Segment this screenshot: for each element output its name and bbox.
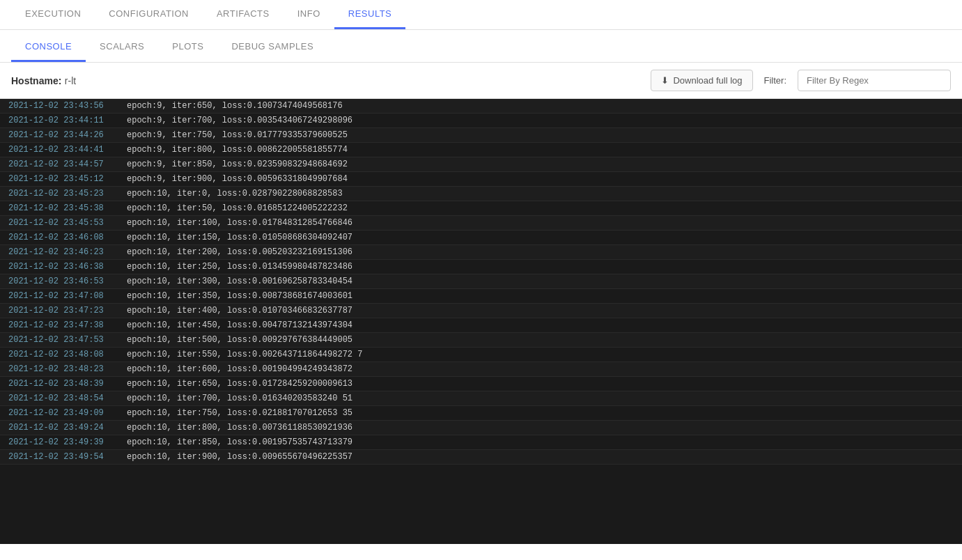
log-message: epoch:10, iter:200, loss:0.0052032321691… [127,247,352,257]
log-timestamp: 2021-12-02 23:48:23 [8,364,127,374]
top-nav: EXECUTION CONFIGURATION ARTIFACTS INFO R… [0,0,962,30]
log-timestamp: 2021-12-02 23:47:53 [8,335,127,345]
log-message: epoch:10, iter:700, loss:0.0163402035832… [127,394,352,403]
tab-results[interactable]: RESULTS [334,0,406,29]
log-message: epoch:10, iter:250, loss:0.0134599804878… [127,262,352,272]
log-row: 2021-12-02 23:47:53epoch:10, iter:500, l… [0,333,962,348]
log-timestamp: 2021-12-02 23:48:54 [8,394,127,403]
log-message: epoch:9, iter:650, loss:0.10073474049568… [127,101,343,111]
log-message: epoch:10, iter:450, loss:0.0047871321439… [127,320,352,330]
log-row: 2021-12-02 23:46:23epoch:10, iter:200, l… [0,245,962,260]
log-row: 2021-12-02 23:47:08epoch:10, iter:350, l… [0,289,962,304]
sub-tab-plots[interactable]: PLOTS [158,33,217,62]
log-timestamp: 2021-12-02 23:45:53 [8,218,127,228]
download-button[interactable]: ⬇ Download full log [651,70,752,91]
log-message: epoch:9, iter:700, loss:0.00354340672492… [127,116,352,125]
sub-tab-scalars[interactable]: SCALARS [86,33,158,62]
log-timestamp: 2021-12-02 23:43:56 [8,101,127,111]
log-message: epoch:10, iter:850, loss:0.0019575357437… [127,437,352,447]
log-message: epoch:9, iter:900, loss:0.00596331804990… [127,174,348,184]
download-icon: ⬇ [661,75,669,86]
log-timestamp: 2021-12-02 23:44:26 [8,130,127,140]
log-message: epoch:10, iter:550, loss:0.0026437118644… [127,350,362,359]
log-row: 2021-12-02 23:45:53epoch:10, iter:100, l… [0,216,962,231]
log-timestamp: 2021-12-02 23:49:24 [8,423,127,433]
log-message: epoch:10, iter:300, loss:0.0016962587833… [127,277,352,286]
log-timestamp: 2021-12-02 23:46:23 [8,247,127,257]
log-row: 2021-12-02 23:49:39epoch:10, iter:850, l… [0,435,962,450]
log-row: 2021-12-02 23:48:08epoch:10, iter:550, l… [0,348,962,362]
log-message: epoch:9, iter:800, loss:0.00862200558185… [127,145,348,155]
log-row: 2021-12-02 23:48:54epoch:10, iter:700, l… [0,391,962,406]
log-timestamp: 2021-12-02 23:47:23 [8,306,127,316]
log-message: epoch:10, iter:750, loss:0.0218817070126… [127,408,352,418]
log-message: epoch:9, iter:850, loss:0.02359083294868… [127,160,348,169]
log-message: epoch:10, iter:350, loss:0.0087386816740… [127,291,352,301]
download-label: Download full log [673,75,742,86]
log-row: 2021-12-02 23:45:38epoch:10, iter:50, lo… [0,201,962,216]
log-row: 2021-12-02 23:48:23epoch:10, iter:600, l… [0,362,962,377]
sub-tab-console[interactable]: CONSOLE [11,33,86,62]
log-timestamp: 2021-12-02 23:46:08 [8,233,127,242]
log-row: 2021-12-02 23:45:23epoch:10, iter:0, los… [0,187,962,201]
log-row: 2021-12-02 23:47:23epoch:10, iter:400, l… [0,304,962,318]
tab-artifacts[interactable]: ARTIFACTS [203,0,284,29]
log-row: 2021-12-02 23:49:09epoch:10, iter:750, l… [0,406,962,421]
toolbar-right: ⬇ Download full log Filter: [651,70,951,91]
log-row: 2021-12-02 23:49:24epoch:10, iter:800, l… [0,421,962,435]
log-message: epoch:10, iter:650, loss:0.0172842592000… [127,379,352,389]
hostname-container: Hostname: r-lt [11,75,76,87]
log-message: epoch:9, iter:750, loss:0.01777933537960… [127,130,348,140]
log-timestamp: 2021-12-02 23:48:39 [8,379,127,389]
log-row: 2021-12-02 23:44:11epoch:9, iter:700, lo… [0,114,962,128]
tab-execution[interactable]: EXECUTION [11,0,95,29]
log-row: 2021-12-02 23:49:54epoch:10, iter:900, l… [0,450,962,465]
log-message: epoch:10, iter:600, loss:0.0019049942493… [127,364,352,374]
console-area: 2021-12-02 23:43:56epoch:9, iter:650, lo… [0,99,962,544]
log-timestamp: 2021-12-02 23:47:38 [8,320,127,330]
log-row: 2021-12-02 23:46:38epoch:10, iter:250, l… [0,260,962,274]
log-row: 2021-12-02 23:44:26epoch:9, iter:750, lo… [0,128,962,143]
log-timestamp: 2021-12-02 23:46:38 [8,262,127,272]
log-row: 2021-12-02 23:43:56epoch:9, iter:650, lo… [0,99,962,114]
log-timestamp: 2021-12-02 23:49:39 [8,437,127,447]
log-message: epoch:10, iter:400, loss:0.0107034668326… [127,306,352,316]
sub-nav: CONSOLE SCALARS PLOTS DEBUG SAMPLES [0,33,962,63]
log-row: 2021-12-02 23:44:41epoch:9, iter:800, lo… [0,143,962,157]
log-message: epoch:10, iter:100, loss:0.0178483128547… [127,218,352,228]
log-message: epoch:10, iter:150, loss:0.0105086863040… [127,233,352,242]
log-timestamp: 2021-12-02 23:49:54 [8,452,127,462]
log-timestamp: 2021-12-02 23:45:12 [8,174,127,184]
log-message: epoch:10, iter:500, loss:0.0092976763844… [127,335,352,345]
log-timestamp: 2021-12-02 23:47:08 [8,291,127,301]
filter-input[interactable] [798,70,951,91]
filter-label: Filter: [764,75,787,86]
log-row: 2021-12-02 23:44:57epoch:9, iter:850, lo… [0,157,962,172]
log-timestamp: 2021-12-02 23:44:11 [8,116,127,125]
log-message: epoch:10, iter:800, loss:0.0073611885309… [127,423,352,433]
hostname-label: Hostname: [11,75,61,86]
log-timestamp: 2021-12-02 23:48:08 [8,350,127,359]
log-message: epoch:10, iter:50, loss:0.01685122400522… [127,203,348,213]
log-row: 2021-12-02 23:46:08epoch:10, iter:150, l… [0,231,962,245]
tab-configuration[interactable]: CONFIGURATION [95,0,203,29]
log-timestamp: 2021-12-02 23:45:23 [8,189,127,199]
log-timestamp: 2021-12-02 23:44:57 [8,160,127,169]
hostname-value: r-lt [65,75,76,86]
log-timestamp: 2021-12-02 23:45:38 [8,203,127,213]
log-timestamp: 2021-12-02 23:49:09 [8,408,127,418]
log-row: 2021-12-02 23:45:12epoch:9, iter:900, lo… [0,172,962,187]
log-row: 2021-12-02 23:46:53epoch:10, iter:300, l… [0,274,962,289]
log-timestamp: 2021-12-02 23:46:53 [8,277,127,286]
log-message: epoch:10, iter:900, loss:0.0096556704962… [127,452,352,462]
toolbar: Hostname: r-lt ⬇ Download full log Filte… [0,63,962,99]
log-message: epoch:10, iter:0, loss:0.028790228068828… [127,189,343,199]
log-row: 2021-12-02 23:48:39epoch:10, iter:650, l… [0,377,962,391]
log-timestamp: 2021-12-02 23:44:41 [8,145,127,155]
log-row: 2021-12-02 23:47:38epoch:10, iter:450, l… [0,318,962,333]
tab-info[interactable]: INFO [284,0,334,29]
sub-tab-debug-samples[interactable]: DEBUG SAMPLES [217,33,327,62]
